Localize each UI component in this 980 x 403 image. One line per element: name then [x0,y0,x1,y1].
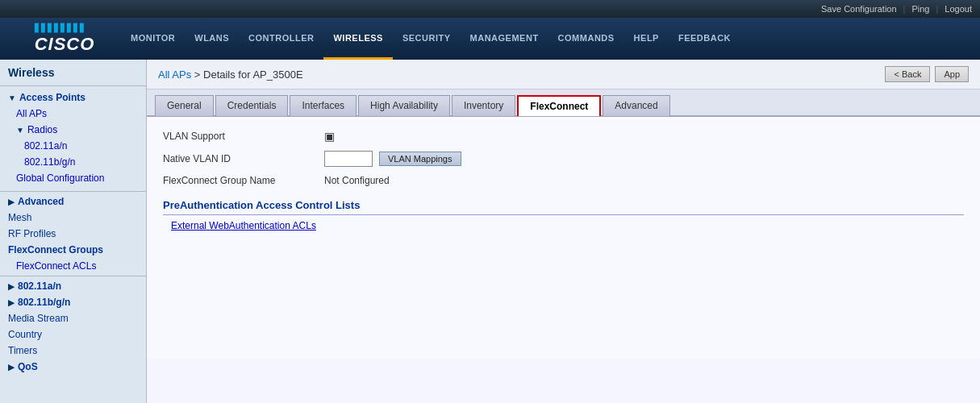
content-wrapper: Wireless ▼ Access Points All APs ▼ Radio… [0,60,980,403]
flexconnect-group-value: Not Configured [324,175,390,186]
separator2: | [936,4,938,14]
tab-general[interactable]: General [155,95,214,116]
sidebar-item-flexconnect-acls[interactable]: FlexConnect ACLs [0,258,146,274]
sidebar-item-mesh[interactable]: Mesh [0,210,146,226]
tab-credentials[interactable]: Credentials [215,95,289,116]
sidebar-item-flexconnect-groups[interactable]: FlexConnect Groups [0,242,146,258]
breadcrumb-current: Details for AP_3500E [203,69,303,81]
sidebar-item-all-aps[interactable]: All APs [0,106,146,122]
sidebar-item-global-config[interactable]: Global Configuration [0,170,146,186]
cisco-logo: ▋▋▋▋▋▋▋▋ CISCO [35,23,95,55]
sidebar-title: Wireless [0,60,146,86]
vlan-support-checkbox[interactable]: ▣ [324,130,335,143]
sidebar-item-access-points[interactable]: ▼ Access Points [0,89,146,106]
header: ▋▋▋▋▋▋▋▋ CISCO MONITOR WLANs CONTROLLER … [0,18,980,60]
back-button[interactable]: < Back [885,66,930,82]
sidebar-item-80211an[interactable]: 802.11a/n [0,138,146,154]
tab-inventory[interactable]: Inventory [452,95,515,116]
nav-security[interactable]: SECURITY [393,18,461,60]
nav-feedback[interactable]: FEEDBACK [669,18,740,60]
tabs: General Credentials Interfaces High Avai… [147,89,980,117]
qos-expand-icon: ▶ [8,363,15,372]
native-vlan-row: Native VLAN ID VLAN Mappings [163,151,964,167]
vlan-mappings-button[interactable]: VLAN Mappings [379,152,461,166]
sidebar-item-80211an-nav[interactable]: ▶ 802.11a/n [0,278,146,294]
tab-content: VLAN Support ▣ Native VLAN ID VLAN Mappi… [147,117,980,359]
main-content: All APs > Details for AP_3500E < Back Ap… [147,60,980,403]
nav-controller[interactable]: CONTROLLER [239,18,323,60]
breadcrumb-separator: > [191,69,203,81]
80211bgn-expand-icon: ▶ [8,298,15,307]
top-bar: Save Configuration | Ping | Logout [0,0,980,18]
save-config-link[interactable]: Save Configuration [821,4,897,14]
cisco-wordmark: CISCO [35,34,95,54]
sidebar-item-rf-profiles[interactable]: RF Profiles [0,226,146,242]
vlan-support-label: VLAN Support [163,131,324,142]
nav-wireless[interactable]: WIRELESS [323,18,392,60]
nav-monitor[interactable]: MONITOR [121,18,185,60]
preauthacl-header: PreAuthentication Access Control Lists [163,199,964,215]
tab-flexconnect[interactable]: FlexConnect [517,95,601,116]
logo-area: ▋▋▋▋▋▋▋▋ CISCO [0,23,121,55]
main-nav: MONITOR WLANs CONTROLLER WIRELESS SECURI… [121,18,740,60]
separator1: | [903,4,906,14]
sidebar-divider-2 [0,276,146,276]
sidebar-section-ap: ▼ Access Points All APs ▼ Radios 802.11a… [0,86,146,189]
cisco-bars-icon: ▋▋▋▋▋▋▋▋ [35,23,95,32]
vlan-support-row: VLAN Support ▣ [163,130,964,143]
nav-help[interactable]: HELP [624,18,669,60]
page-header: All APs > Details for AP_3500E < Back Ap… [147,60,980,89]
flexconnect-group-row: FlexConnect Group Name Not Configured [163,175,964,186]
tab-high-availability[interactable]: High Availability [358,95,450,116]
checkbox-icon: ▣ [324,130,335,143]
sidebar-item-advanced[interactable]: ▶ Advanced [0,193,146,210]
page-actions: < Back App [885,66,969,82]
nav-wlans[interactable]: WLANs [185,18,239,60]
nav-commands[interactable]: COMMANDS [548,18,624,60]
sidebar-divider-1 [0,191,146,192]
breadcrumb-link[interactable]: All APs [158,69,191,81]
sidebar-item-timers[interactable]: Timers [0,343,146,359]
native-vlan-label: Native VLAN ID [163,153,324,164]
nav-management[interactable]: MANAGEMENT [461,18,548,60]
sidebar-item-80211bgn-nav[interactable]: ▶ 802.11b/g/n [0,294,146,310]
flexconnect-group-label: FlexConnect Group Name [163,175,324,186]
sidebar-item-country[interactable]: Country [0,326,146,343]
apply-button[interactable]: App [935,66,969,82]
expand-icon: ▼ [8,93,16,102]
sidebar: Wireless ▼ Access Points All APs ▼ Radio… [0,60,147,403]
tab-interfaces[interactable]: Interfaces [290,95,357,116]
ping-link[interactable]: Ping [911,4,929,14]
sidebar-item-media-stream[interactable]: Media Stream [0,310,146,326]
external-webauth-link[interactable]: External WebAuthentication ACLs [163,220,316,231]
breadcrumb: All APs > Details for AP_3500E [158,69,303,81]
tab-advanced[interactable]: Advanced [603,95,669,116]
advanced-expand-icon: ▶ [8,197,15,206]
radios-expand-icon: ▼ [16,126,24,135]
80211an-expand-icon: ▶ [8,282,15,291]
sidebar-item-80211bgn[interactable]: 802.11b/g/n [0,154,146,170]
sidebar-item-radios[interactable]: ▼ Radios [0,122,146,138]
native-vlan-input[interactable] [324,151,373,167]
logout-link[interactable]: Logout [945,4,972,14]
sidebar-item-qos[interactable]: ▶ QoS [0,359,146,375]
